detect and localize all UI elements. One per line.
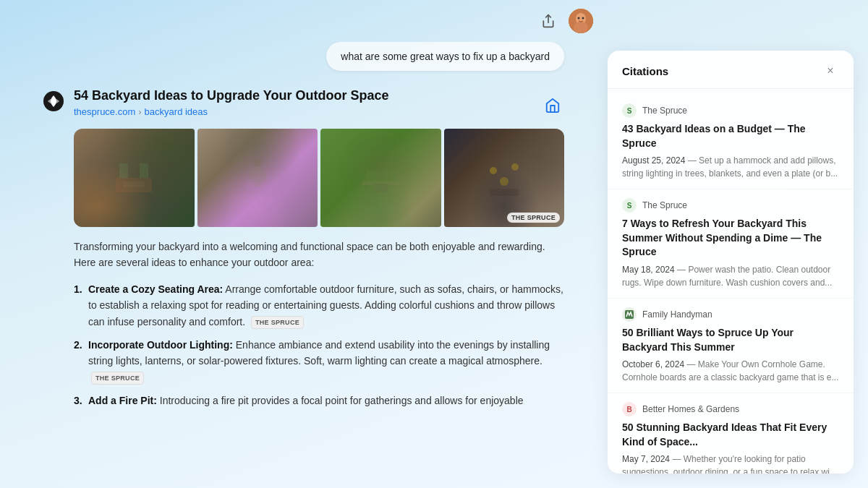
list-item-1-bold: Create a Cozy Seating Area:: [88, 283, 223, 295]
backyard-image-1[interactable]: [74, 129, 195, 227]
citation-1-title: 43 Backyard Ideas on a Budget — The Spru…: [622, 122, 839, 150]
intro-text: Transforming your backyard into a welcom…: [74, 239, 564, 271]
svg-rect-17: [384, 171, 395, 181]
list-item-3: 3. Add a Fire Pit: Introducing a fire pi…: [74, 393, 564, 408]
citation-3-icon: [622, 307, 637, 322]
citation-3-snippet: October 6, 2024 — Make Your Own Cornhole…: [622, 358, 839, 384]
citations-header: Citations ×: [608, 51, 854, 89]
svg-point-12: [249, 166, 266, 187]
svg-rect-10: [123, 181, 145, 187]
citation-2-source-row: S The Spruce: [622, 198, 839, 213]
citations-list: S The Spruce 43 Backyard Ideas on a Budg…: [608, 89, 854, 474]
list-item-1: 1. Create a Cozy Seating Area: Arrange c…: [74, 281, 564, 330]
citation-3-source-row: Family Handyman: [622, 307, 839, 322]
result-title: 54 Backyard Ideas to Upgrade Your Outdoo…: [74, 88, 564, 103]
result-list: 1. Create a Cozy Seating Area: Arrange c…: [74, 281, 564, 409]
citation-item-4[interactable]: B Better Homes & Gardens 50 Stunning Bac…: [608, 393, 854, 474]
citation-item-2[interactable]: S The Spruce 7 Ways to Refresh Your Back…: [608, 189, 854, 299]
ai-response: 54 Backyard Ideas to Upgrade Your Outdoo…: [43, 88, 564, 416]
breadcrumb-host: thespruce.com: [74, 106, 135, 117]
svg-rect-11: [254, 160, 261, 171]
svg-point-14: [260, 182, 269, 191]
ai-content: 54 Backyard Ideas to Upgrade Your Outdoo…: [74, 88, 564, 416]
ai-logo: [43, 91, 64, 111]
citation-4-title: 50 Stunning Backyard Ideas That Fit Ever…: [622, 421, 839, 449]
svg-point-19: [490, 167, 497, 174]
svg-rect-22: [490, 189, 519, 196]
user-message-wrap: what are some great ways to fix up a bac…: [43, 42, 564, 71]
svg-point-4: [578, 17, 580, 20]
share-button[interactable]: [537, 9, 560, 33]
svg-rect-7: [116, 178, 152, 192]
svg-point-21: [500, 177, 509, 186]
citation-3-source: Family Handyman: [642, 309, 712, 320]
svg-rect-18: [373, 184, 388, 192]
backyard-image-2[interactable]: [197, 129, 318, 227]
svg-point-3: [574, 22, 588, 33]
backyard-image-4[interactable]: THE SPRUCE: [444, 129, 565, 227]
citation-4-source-row: B Better Homes & Gardens: [622, 402, 839, 416]
svg-rect-9: [140, 163, 148, 178]
list-item-3-text: Introducing a fire pit provides a focal …: [160, 395, 524, 406]
citation-4-icon: B: [622, 402, 637, 416]
citations-panel: Citations × S The Spruce 43 Backyard Ide…: [608, 51, 854, 474]
top-bar: [0, 0, 608, 42]
avatar-image: [569, 9, 593, 33]
app-container: what are some great ways to fix up a bac…: [0, 0, 868, 488]
list-item-2: 2. Incorporate Outdoor Lighting: Enhance…: [74, 337, 564, 385]
citation-2-icon: S: [622, 198, 637, 213]
result-header: 54 Backyard Ideas to Upgrade Your Outdoo…: [74, 88, 564, 117]
chat-content: what are some great ways to fix up a bac…: [0, 42, 608, 488]
svg-rect-8: [119, 163, 128, 178]
user-message-bubble: what are some great ways to fix up a bac…: [326, 42, 564, 71]
list-item-3-bold: Add a Fire Pit:: [88, 395, 157, 406]
svg-point-20: [511, 163, 519, 171]
user-message-text: what are some great ways to fix up a bac…: [341, 51, 550, 62]
citation-1-snippet: August 25, 2024 — Set up a hammock and a…: [622, 154, 839, 180]
list-item-1-badge: THE SPRUCE: [251, 316, 304, 329]
breadcrumb-sep: ›: [138, 106, 141, 117]
list-item-2-badge: THE SPRUCE: [91, 372, 144, 385]
list-item-2-bold: Incorporate Outdoor Lighting:: [88, 339, 233, 351]
citation-2-title: 7 Ways to Refresh Your Backyard This Sum…: [622, 217, 839, 260]
citations-title: Citations: [622, 65, 668, 77]
svg-rect-16: [366, 171, 377, 181]
result-breadcrumb[interactable]: thespruce.com › backyard ideas: [74, 106, 564, 117]
citation-item-3[interactable]: Family Handyman 50 Brilliant Ways to Spr…: [608, 299, 854, 393]
citation-4-source: Better Homes & Gardens: [642, 404, 739, 414]
backyard-image-3[interactable]: [320, 129, 441, 227]
citation-1-source: The Spruce: [642, 106, 687, 116]
citation-3-title: 50 Brilliant Ways to Spruce Up Your Back…: [622, 326, 839, 354]
citation-4-snippet: May 7, 2024 — Whether you're looking for…: [622, 453, 839, 474]
avatar[interactable]: [569, 9, 593, 33]
citation-2-source: The Spruce: [642, 200, 687, 210]
breadcrumb-path: backyard ideas: [145, 106, 208, 117]
citation-item-1[interactable]: S The Spruce 43 Backyard Ideas on a Budg…: [608, 95, 854, 189]
citation-1-icon: S: [622, 103, 637, 118]
image-source-badge: THE SPRUCE: [507, 213, 560, 223]
svg-rect-15: [362, 181, 399, 185]
citation-1-source-row: S The Spruce: [622, 103, 839, 118]
image-grid: THE SPRUCE: [74, 129, 564, 227]
svg-point-5: [582, 17, 584, 20]
close-citations-button[interactable]: ×: [822, 62, 839, 80]
chat-area: what are some great ways to fix up a bac…: [0, 0, 608, 488]
save-button[interactable]: [541, 94, 564, 117]
svg-point-13: [244, 179, 256, 191]
citation-2-snippet: May 18, 2024 — Power wash the patio. Cle…: [622, 263, 839, 289]
